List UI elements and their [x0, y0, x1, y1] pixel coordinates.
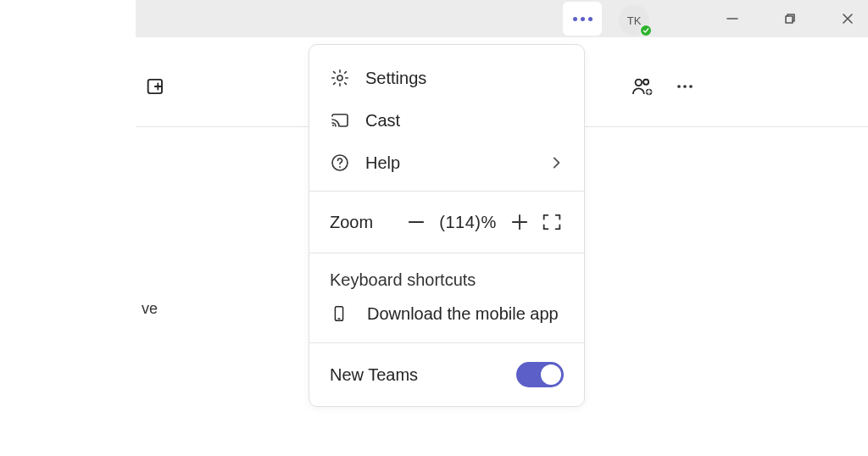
- new-teams-toggle-row: New Teams: [309, 350, 584, 403]
- add-people-button[interactable]: [631, 75, 654, 98]
- settings-menu-item[interactable]: Settings: [309, 57, 584, 99]
- help-icon: [330, 153, 350, 173]
- window-maximize-button[interactable]: [765, 0, 815, 37]
- more-dot-icon: [581, 17, 585, 21]
- svg-point-7: [636, 80, 642, 86]
- add-people-icon: [631, 75, 654, 98]
- cast-label: Cast: [365, 111, 564, 131]
- window-minimize-button[interactable]: [707, 0, 758, 37]
- presence-available-icon: [639, 24, 653, 37]
- download-mobile-app-item[interactable]: Download the mobile app: [309, 298, 584, 336]
- svg-point-14: [689, 85, 693, 88]
- plus-icon: [508, 210, 531, 234]
- close-icon: [841, 12, 854, 25]
- gear-icon: [330, 68, 350, 88]
- cast-menu-item[interactable]: Cast: [309, 99, 584, 142]
- menu-divider: [309, 342, 584, 343]
- help-label: Help: [365, 153, 533, 173]
- zoom-row: Zoom (114)%: [309, 198, 584, 246]
- download-mobile-label: Download the mobile app: [367, 304, 559, 324]
- zoom-value: (114)%: [437, 213, 499, 232]
- zoom-out-button[interactable]: [404, 210, 428, 234]
- svg-point-12: [677, 85, 681, 88]
- window-titlebar: TK: [136, 0, 868, 37]
- menu-divider: [309, 253, 584, 253]
- settings-popover: Settings Cast Help Zoom: [309, 44, 585, 407]
- svg-point-18: [339, 166, 341, 168]
- cropped-text-fragment: ve: [142, 300, 158, 318]
- cast-icon: [330, 110, 350, 131]
- maximize-icon: [783, 12, 797, 25]
- keyboard-shortcuts-item[interactable]: Keyboard shortcuts: [309, 260, 584, 298]
- more-dot-icon: [588, 17, 593, 21]
- new-teams-toggle[interactable]: [516, 362, 564, 387]
- minimize-icon: [726, 12, 739, 25]
- mobile-icon: [330, 302, 348, 325]
- avatar-initials: TK: [627, 14, 642, 27]
- new-teams-label: New Teams: [330, 365, 516, 385]
- more-dot-icon: [573, 17, 577, 21]
- svg-rect-1: [786, 16, 793, 23]
- svg-point-13: [683, 85, 687, 88]
- svg-point-15: [337, 75, 342, 81]
- keyboard-shortcuts-label: Keyboard shortcuts: [330, 270, 476, 289]
- panel-toggle-icon: [144, 75, 168, 98]
- svg-point-8: [643, 80, 648, 85]
- settings-label: Settings: [365, 69, 564, 88]
- fullscreen-icon: [540, 210, 564, 234]
- chevron-right-icon: [548, 155, 564, 170]
- svg-point-16: [332, 125, 334, 126]
- panel-toggle-button[interactable]: [144, 75, 168, 98]
- window-close-button[interactable]: [822, 0, 868, 37]
- toggle-knob: [541, 364, 561, 385]
- menu-divider: [309, 191, 584, 192]
- zoom-label: Zoom: [330, 213, 373, 232]
- more-options-button[interactable]: [563, 2, 602, 36]
- fullscreen-button[interactable]: [540, 210, 564, 234]
- ellipsis-icon: [673, 75, 697, 98]
- zoom-in-button[interactable]: [508, 210, 531, 234]
- header-more-button[interactable]: [673, 75, 697, 98]
- minus-icon: [404, 210, 428, 234]
- help-menu-item[interactable]: Help: [309, 142, 584, 184]
